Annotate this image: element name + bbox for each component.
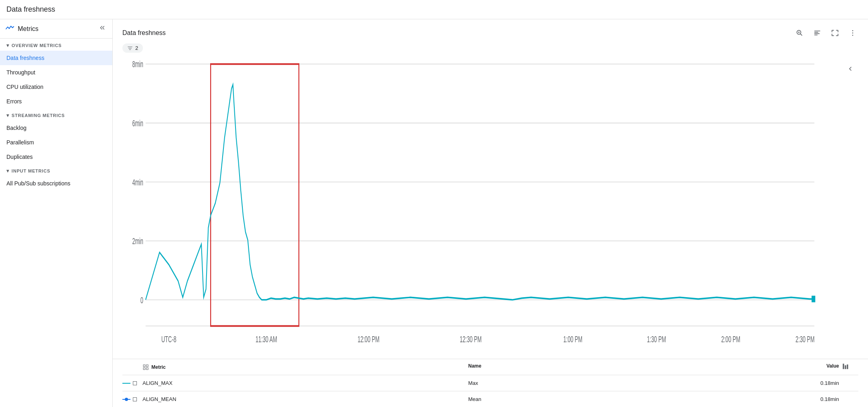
sidebar-item-cpu-utilization[interactable]: CPU utilization [0,80,112,94]
page-title: Data freshness [6,5,55,14]
svg-point-3 [852,35,854,36]
table-area: Metric Name Value ALIGN_MA [113,359,868,407]
chevron-left-icon [847,66,854,72]
svg-text:4min: 4min [132,177,143,187]
sidebar-item-backlog[interactable]: Backlog [0,121,112,135]
svg-rect-31 [847,364,848,369]
svg-rect-27 [143,368,145,370]
collapse-chart-button[interactable] [845,64,855,74]
color-square [133,381,137,385]
svg-point-1 [852,30,854,31]
fullscreen-button[interactable] [829,27,841,39]
table-header: Metric Name Value [122,359,858,375]
svg-rect-24 [812,296,815,302]
svg-rect-29 [843,364,844,369]
row1-indicator [122,381,143,385]
svg-text:12:30 PM: 12:30 PM [460,335,482,345]
legend-button[interactable] [812,27,823,39]
row2-indicator [122,397,143,401]
more-options-button[interactable] [847,27,858,39]
chevron-down-icon: ▾ [6,43,9,48]
svg-rect-26 [146,365,148,367]
chart-right-panel [842,56,858,359]
svg-text:UTC-8: UTC-8 [161,335,176,345]
svg-rect-25 [143,365,145,367]
chart-svg-area: 8min 6min 4min 2min 0 UTC-8 11:30 AM 12:… [122,56,842,359]
content-area: Data freshness [113,19,868,407]
dot-indicator [125,398,128,401]
chart-title: Data freshness [122,29,166,37]
sidebar-header: Metrics [0,19,112,39]
row2-name: Mean [468,396,794,402]
more-icon [849,29,857,37]
filter-icon [127,45,133,51]
svg-text:2min: 2min [132,236,143,246]
chevron-down-icon-2: ▾ [6,113,9,118]
line-indicator [122,383,130,384]
svg-text:6min: 6min [132,118,143,128]
svg-rect-30 [845,365,846,369]
filter-count: 2 [135,45,138,51]
sidebar-item-parallelism[interactable]: Parallelism [0,135,112,150]
grid-icon [143,364,149,370]
col-chart-header [842,363,858,371]
sidebar-section-streaming: ▾ STREAMING METRICS [0,109,112,121]
app-title: Metrics [5,24,39,34]
col-metric-header: Metric [143,363,468,371]
main-layout: Metrics ▾ OVERVIEW METRICS Data freshnes… [0,19,868,407]
chart-svg: 8min 6min 4min 2min 0 UTC-8 11:30 AM 12:… [122,56,842,359]
sidebar-section-input: ▾ INPUT METRICS [0,164,112,176]
legend-icon [813,29,821,37]
chart-container: 8min 6min 4min 2min 0 UTC-8 11:30 AM 12:… [122,56,858,359]
row2-metric-name: ALIGN_MEAN [143,396,468,402]
svg-text:8min: 8min [132,60,143,70]
svg-text:11:30 AM: 11:30 AM [256,335,277,345]
metrics-icon [5,24,14,34]
zoom-button[interactable] [794,27,805,39]
chart-panel: Data freshness [113,19,868,359]
table-row: ALIGN_MAX Max 0.18min [122,375,858,391]
svg-text:2:00 PM: 2:00 PM [721,335,740,345]
svg-text:2:30 PM: 2:30 PM [796,335,814,345]
collapse-icon [99,24,106,31]
row1-value: 0.18min [794,380,842,386]
svg-point-2 [852,33,854,34]
col-value-header: Value [794,363,842,371]
filter-badge[interactable]: 2 [122,43,143,53]
fullscreen-icon [831,29,839,37]
table-row: ALIGN_MEAN Mean 0.18min [122,391,858,407]
sidebar-item-duplicates[interactable]: Duplicates [0,150,112,164]
row1-name: Max [468,380,794,386]
chevron-down-icon-3: ▾ [6,168,9,174]
top-header: Data freshness [0,0,868,19]
sidebar-item-pubsub[interactable]: All Pub/Sub subscriptions [0,176,112,191]
color-square-2 [133,397,137,401]
sidebar-section-overview: ▾ OVERVIEW METRICS [0,39,112,51]
zoom-icon [796,29,804,37]
chart-actions [794,27,858,39]
svg-text:1:30 PM: 1:30 PM [647,335,666,345]
sidebar-collapse-button[interactable] [97,23,107,35]
sidebar-item-errors[interactable]: Errors [0,94,112,109]
col-indicator [122,363,143,371]
mini-chart-icon [842,363,849,370]
col-name-header: Name [468,363,794,371]
sidebar-item-data-freshness[interactable]: Data freshness [0,51,112,65]
svg-text:0: 0 [141,295,143,305]
sidebar-item-throughput[interactable]: Throughput [0,65,112,80]
row2-value: 0.18min [794,396,842,402]
svg-rect-28 [146,368,148,370]
row1-metric-name: ALIGN_MAX [143,380,468,386]
chart-top-row: Data freshness [122,27,858,39]
svg-text:1:00 PM: 1:00 PM [563,335,582,345]
line-indicator-2 [122,399,130,400]
sidebar: Metrics ▾ OVERVIEW METRICS Data freshnes… [0,19,113,407]
svg-text:12:00 PM: 12:00 PM [358,335,379,345]
